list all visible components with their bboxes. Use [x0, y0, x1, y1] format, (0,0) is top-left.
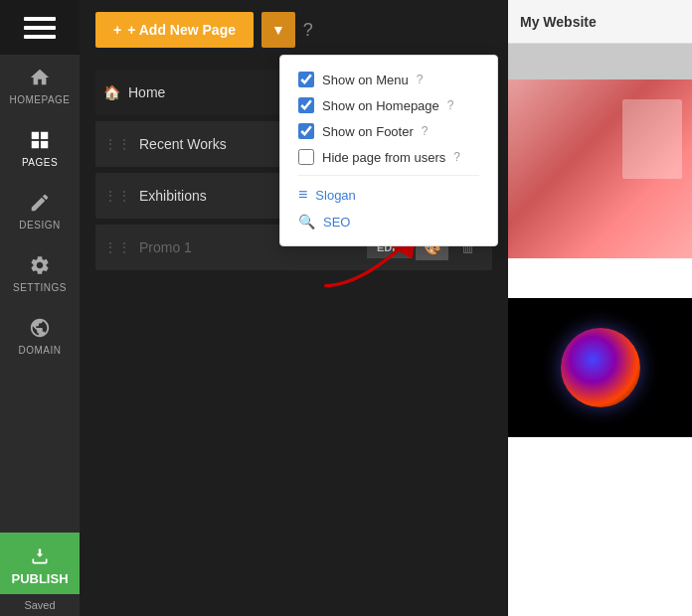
artwork-image — [561, 328, 640, 407]
slogan-link[interactable]: ≡ Slogan — [298, 186, 479, 204]
show-footer-label: Show on Footer — [322, 124, 414, 139]
saved-status: Saved — [0, 594, 80, 616]
show-homepage-help-icon[interactable]: ? — [447, 98, 454, 112]
show-homepage-checkbox[interactable] — [298, 97, 314, 113]
help-icon[interactable]: ? — [303, 20, 313, 41]
slogan-icon: ≡ — [298, 186, 307, 204]
preview-artwork — [508, 298, 692, 437]
show-homepage-row: Show on Homepage ? — [298, 97, 479, 113]
chevron-down-icon: ▼ — [271, 22, 285, 38]
publish-button[interactable]: PUBLISH — [0, 533, 80, 594]
preview-gap — [508, 258, 692, 298]
gear-icon — [29, 254, 51, 278]
show-footer-row: Show on Footer ? — [298, 123, 479, 139]
show-menu-label: Show on Menu — [322, 73, 409, 87]
svg-rect-2 — [24, 35, 56, 39]
page-settings-popup: Show on Menu ? Show on Homepage ? Show o… — [279, 55, 498, 246]
sidebar-item-label: SETTINGS — [13, 282, 67, 293]
sidebar-item-homepage[interactable]: HOMEPAGE — [0, 55, 80, 117]
design-icon — [29, 192, 51, 216]
sidebar-item-label: DESIGN — [19, 220, 60, 231]
sidebar-logo[interactable] — [0, 0, 80, 55]
svg-rect-1 — [24, 26, 56, 30]
hide-users-label: Hide page from users — [322, 150, 445, 165]
sidebar-item-label: PAGES — [22, 157, 58, 168]
show-footer-help-icon[interactable]: ? — [422, 124, 429, 138]
show-footer-checkbox[interactable] — [298, 123, 314, 139]
show-menu-help-icon[interactable]: ? — [417, 73, 424, 86]
sidebar-item-pages[interactable]: PAGES — [0, 117, 80, 180]
add-page-dropdown-button[interactable]: ▼ — [261, 12, 295, 48]
svg-rect-3 — [32, 132, 39, 139]
hide-users-checkbox[interactable] — [298, 149, 314, 165]
preview-header: My Website — [508, 0, 692, 44]
sidebar-item-domain[interactable]: DOMAIN — [0, 305, 80, 368]
svg-rect-5 — [32, 141, 39, 148]
popup-divider — [298, 175, 479, 176]
home-page-icon: 🏠 — [103, 84, 120, 100]
search-icon: 🔍 — [298, 214, 315, 230]
drag-handle-icon[interactable]: ⋮⋮ — [103, 239, 131, 255]
sidebar: HOMEPAGE PAGES DESIGN SETTINGS DOMAIN PU… — [0, 0, 80, 616]
preview-panel: My Website — [508, 0, 692, 616]
hide-users-row: Hide page from users ? — [298, 149, 479, 165]
seo-label: SEO — [323, 215, 350, 230]
sidebar-item-settings[interactable]: SETTINGS — [0, 242, 80, 305]
main-content: + + Add New Page ▼ ? 🏠 Home EDIT ⋮⋮ Rece… — [80, 0, 508, 616]
svg-rect-0 — [24, 17, 56, 21]
sidebar-item-label: DOMAIN — [19, 345, 62, 356]
seo-link[interactable]: 🔍 SEO — [298, 214, 479, 230]
publish-label: PUBLISH — [11, 571, 68, 586]
menu-icon — [24, 12, 56, 44]
svg-rect-6 — [41, 141, 48, 148]
svg-rect-4 — [41, 132, 48, 139]
topbar: + + Add New Page ▼ ? — [80, 0, 508, 60]
drag-handle-icon[interactable]: ⋮⋮ — [103, 188, 131, 204]
publish-icon — [30, 546, 50, 569]
add-new-page-button[interactable]: + + Add New Page — [95, 12, 254, 48]
pages-icon — [29, 129, 51, 153]
slogan-label: Slogan — [315, 188, 355, 203]
show-menu-row: Show on Menu ? — [298, 72, 479, 87]
drag-handle-icon[interactable]: ⋮⋮ — [103, 136, 131, 152]
sidebar-item-label: HOMEPAGE — [9, 94, 70, 105]
home-icon — [29, 67, 51, 90]
preview-nav — [508, 44, 692, 79]
domain-icon — [29, 317, 51, 341]
hide-users-help-icon[interactable]: ? — [453, 150, 460, 164]
preview-hero-image — [508, 79, 692, 258]
preview-title: My Website — [520, 14, 597, 30]
sidebar-item-design[interactable]: DESIGN — [0, 180, 80, 242]
plus-icon: + — [113, 22, 121, 38]
show-homepage-label: Show on Homepage — [322, 98, 439, 113]
show-menu-checkbox[interactable] — [298, 72, 314, 87]
